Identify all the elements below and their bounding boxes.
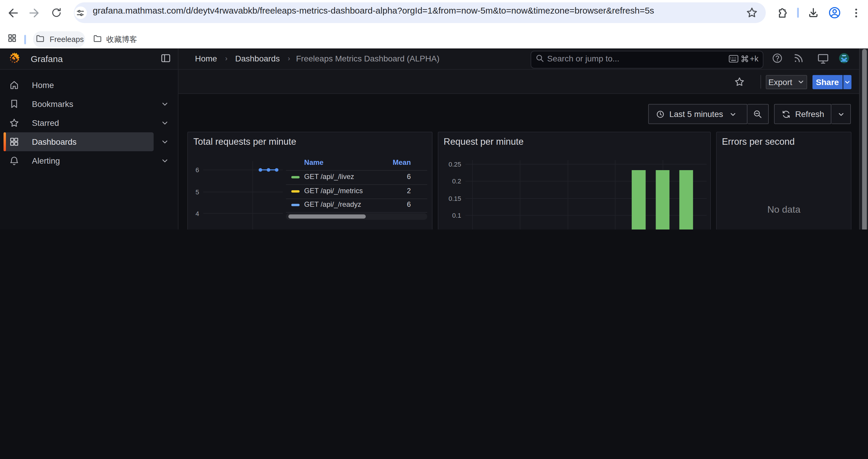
svg-text:5: 5 bbox=[195, 189, 199, 196]
svg-text:6: 6 bbox=[195, 166, 199, 174]
svg-text:0.15: 0.15 bbox=[448, 195, 461, 202]
svg-text:0.05: 0.05 bbox=[448, 229, 461, 230]
svg-text:4: 4 bbox=[195, 210, 199, 218]
svg-text:0.25: 0.25 bbox=[448, 161, 461, 168]
svg-text:0.2: 0.2 bbox=[452, 177, 461, 185]
svg-text:0.1: 0.1 bbox=[452, 212, 461, 219]
